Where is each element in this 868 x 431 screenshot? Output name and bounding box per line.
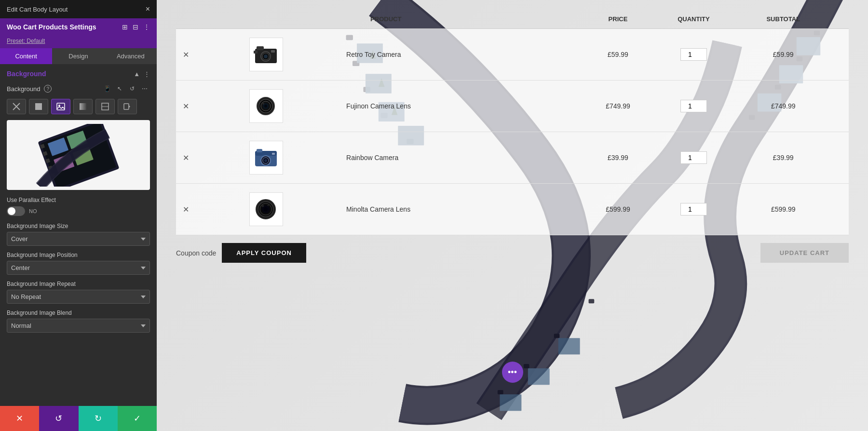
- save-button[interactable]: ✓: [118, 406, 157, 431]
- tab-content[interactable]: Content: [0, 48, 52, 64]
- product-thumbnail: [249, 192, 283, 226]
- image-cell: [195, 184, 341, 235]
- bg-size-label: Background Image Size: [7, 223, 150, 229]
- bg-type-image[interactable]: [51, 99, 70, 114]
- section-more-icon[interactable]: ⋮: [144, 70, 150, 78]
- svg-rect-49: [257, 46, 264, 50]
- bg-row: Background ? 📱 ↖ ↺ ⋯: [7, 83, 150, 94]
- more-options-icon[interactable]: ⋮: [143, 23, 150, 31]
- table-header-row: PRODUCT PRICE QUANTITY SUBTOTAL: [176, 10, 849, 29]
- widget-title-row: Woo Cart Products Settings ⊞ ⊟ ⋮: [0, 18, 157, 36]
- svg-point-73: [268, 204, 269, 206]
- quantity-cell: [669, 184, 718, 235]
- update-cart-button[interactable]: UPDATE CART: [760, 243, 849, 263]
- svg-rect-5: [80, 103, 86, 110]
- th-image: [195, 10, 341, 29]
- svg-rect-48: [254, 51, 258, 54]
- collapse-icon[interactable]: ▲: [134, 70, 140, 78]
- parallax-track[interactable]: [7, 206, 25, 216]
- remove-cell: ✕: [176, 184, 195, 235]
- product-thumbnail: [249, 89, 283, 123]
- panel-close-button[interactable]: ×: [146, 5, 150, 13]
- layout-icon[interactable]: ⊟: [133, 23, 138, 31]
- remove-button[interactable]: ✕: [183, 51, 189, 59]
- remove-button[interactable]: ✕: [183, 205, 189, 214]
- bg-type-row: [7, 99, 150, 114]
- svg-point-72: [262, 204, 264, 207]
- remove-button[interactable]: ✕: [183, 154, 189, 162]
- bg-size-select[interactable]: Cover Contain Auto: [7, 232, 150, 246]
- bg-type-video[interactable]: [118, 99, 137, 114]
- parallax-toggle[interactable]: NO: [7, 206, 150, 216]
- quantity-input[interactable]: [680, 48, 707, 61]
- bg-position-label: Background Image Position: [7, 252, 150, 258]
- quantity-cell: [669, 29, 718, 81]
- bg-type-color[interactable]: [29, 99, 48, 114]
- subtotal-cell: £59.99: [718, 29, 849, 81]
- bg-type-pattern[interactable]: [95, 99, 115, 114]
- tabs-row: Content Design Advanced: [0, 48, 157, 64]
- th-remove: [176, 10, 195, 29]
- parallax-label: Use Parallax Effect: [7, 197, 150, 203]
- widget-title-icons: ⊞ ⊟ ⋮: [122, 23, 150, 31]
- svg-rect-2: [35, 103, 42, 110]
- bg-blend-select[interactable]: Normal Multiply Screen Overlay: [7, 319, 150, 333]
- section-title: Background: [7, 70, 46, 78]
- panel-bottom: ✕ ↺ ↻ ✓: [0, 406, 157, 431]
- floating-dots-button[interactable]: •••: [502, 362, 523, 383]
- quantity-input[interactable]: [680, 203, 707, 216]
- apply-coupon-button[interactable]: APPLY COUPON: [222, 243, 306, 263]
- svg-rect-53: [271, 50, 275, 53]
- svg-point-65: [264, 159, 267, 162]
- tab-design[interactable]: Design: [52, 48, 104, 64]
- th-price: PRICE: [566, 10, 669, 29]
- coupon-label: Coupon code: [176, 249, 216, 257]
- quantity-input[interactable]: [680, 151, 707, 164]
- widget-preset: Preset: Default: [0, 36, 157, 48]
- bg-reset-icon[interactable]: ↺: [127, 83, 137, 94]
- bg-options-icon[interactable]: ⋯: [139, 83, 150, 94]
- redo-button[interactable]: ↻: [79, 406, 118, 431]
- bg-blend-field: Background Image Blend Normal Multiply S…: [7, 310, 150, 333]
- cart-bottom-row: Coupon code APPLY COUPON UPDATE CART: [176, 235, 849, 270]
- image-cell: [195, 132, 341, 184]
- undo-button[interactable]: ↺: [39, 406, 78, 431]
- parallax-section: Use Parallax Effect NO: [7, 197, 150, 216]
- remove-cell: ✕: [176, 81, 195, 132]
- quantity-input[interactable]: [680, 100, 707, 112]
- table-row: ✕ Retro Toy Camera £59.99 £59.99: [176, 29, 849, 81]
- bg-cursor-icon[interactable]: ↖: [114, 83, 125, 94]
- remove-cell: ✕: [176, 29, 195, 81]
- bg-responsive-icon[interactable]: 📱: [102, 83, 112, 94]
- product-name-cell: Fujinon Camera Lens: [341, 81, 566, 132]
- product-thumbnail: [249, 38, 283, 71]
- bg-position-field: Background Image Position Center Top Bot…: [7, 252, 150, 275]
- bg-repeat-label: Background Image Repeat: [7, 281, 150, 287]
- subtotal-cell: £599.99: [718, 184, 849, 235]
- coupon-section: Coupon code APPLY COUPON: [176, 243, 306, 263]
- quantity-cell: [669, 132, 718, 184]
- svg-rect-8: [124, 104, 129, 109]
- bg-position-select[interactable]: Center Top Bottom Left Right: [7, 261, 150, 275]
- parallax-value: NO: [29, 208, 37, 214]
- svg-point-52: [264, 54, 268, 58]
- table-row: ✕ Minolta Camera Lens £599.99 £599.99: [176, 184, 849, 235]
- responsive-icon[interactable]: ⊞: [122, 23, 128, 31]
- remove-button[interactable]: ✕: [183, 102, 189, 110]
- bg-help-icon[interactable]: ?: [44, 85, 52, 93]
- tab-advanced[interactable]: Advanced: [105, 48, 157, 64]
- bg-type-none[interactable]: [7, 99, 26, 114]
- bg-action-icons: 📱 ↖ ↺ ⋯: [102, 83, 150, 94]
- close-button[interactable]: ✕: [0, 406, 39, 431]
- section-controls: ▲ ⋮: [134, 70, 150, 78]
- bg-repeat-select[interactable]: No Repeat Repeat Repeat X Repeat Y: [7, 290, 150, 304]
- bg-type-gradient1[interactable]: [73, 99, 93, 114]
- parallax-thumb: [8, 207, 15, 215]
- bg-label: Background: [7, 85, 40, 93]
- bg-repeat-field: Background Image Repeat No Repeat Repeat…: [7, 281, 150, 304]
- svg-rect-62: [257, 149, 262, 152]
- preset-link[interactable]: Preset: Default: [7, 38, 45, 44]
- remove-cell: ✕: [176, 132, 195, 184]
- bg-preview[interactable]: [7, 120, 150, 190]
- quantity-cell: [669, 81, 718, 132]
